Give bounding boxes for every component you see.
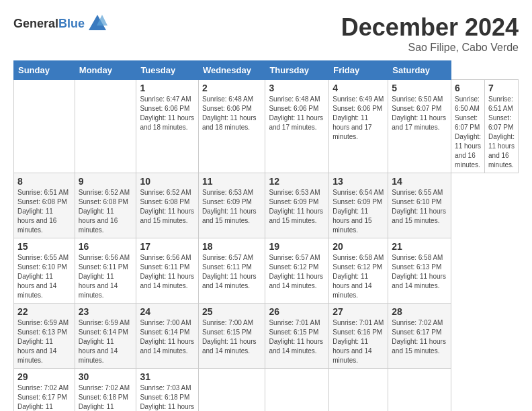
calendar-day-cell: 6 Sunrise: 6:50 AMSunset: 6:07 PMDayligh… bbox=[451, 80, 485, 173]
day-number: 26 bbox=[269, 306, 325, 317]
day-number: 24 bbox=[140, 306, 195, 317]
calendar-day-cell: 3 Sunrise: 6:48 AMSunset: 6:06 PMDayligh… bbox=[265, 80, 329, 173]
day-number: 10 bbox=[140, 176, 195, 187]
logo: GeneralBlue bbox=[13, 13, 107, 34]
calendar-day-cell: 2 Sunrise: 6:48 AMSunset: 6:06 PMDayligh… bbox=[198, 80, 265, 173]
calendar-day-cell: 10 Sunrise: 6:52 AMSunset: 6:08 PMDaylig… bbox=[136, 173, 199, 238]
day-number: 19 bbox=[269, 241, 325, 252]
logo-text-general: General bbox=[13, 17, 58, 30]
day-info: Sunrise: 7:00 AMSunset: 6:14 PMDaylight:… bbox=[140, 319, 194, 355]
day-number: 2 bbox=[202, 83, 262, 93]
day-number: 9 bbox=[79, 176, 133, 187]
weekday-header-row: SundayMondayTuesdayWednesdayThursdayFrid… bbox=[14, 61, 519, 80]
day-info: Sunrise: 6:47 AMSunset: 6:06 PMDaylight:… bbox=[140, 95, 194, 131]
empty-calendar-cell bbox=[265, 369, 329, 412]
day-number: 22 bbox=[17, 306, 71, 317]
calendar-day-cell: 15 Sunrise: 6:55 AMSunset: 6:10 PMDaylig… bbox=[14, 238, 75, 304]
day-number: 18 bbox=[202, 241, 262, 252]
logo-icon bbox=[87, 13, 107, 34]
weekday-header-monday: Monday bbox=[75, 61, 136, 80]
calendar-day-cell: 12 Sunrise: 6:53 AMSunset: 6:09 PMDaylig… bbox=[265, 173, 329, 238]
calendar-day-cell: 8 Sunrise: 6:51 AMSunset: 6:08 PMDayligh… bbox=[14, 173, 75, 238]
weekday-header-sunday: Sunday bbox=[14, 61, 75, 80]
empty-calendar-cell bbox=[198, 369, 265, 412]
calendar-day-cell: 9 Sunrise: 6:52 AMSunset: 6:08 PMDayligh… bbox=[75, 173, 136, 238]
calendar-day-cell: 1 Sunrise: 6:47 AMSunset: 6:06 PMDayligh… bbox=[136, 80, 199, 173]
day-info: Sunrise: 7:01 AMSunset: 6:16 PMDaylight:… bbox=[332, 319, 384, 364]
calendar-day-cell: 23 Sunrise: 6:59 AMSunset: 6:14 PMDaylig… bbox=[75, 304, 136, 369]
day-number: 1 bbox=[140, 83, 195, 93]
calendar-week-row: 29 Sunrise: 7:02 AMSunset: 6:17 PMDaylig… bbox=[14, 369, 519, 412]
day-info: Sunrise: 6:48 AMSunset: 6:06 PMDaylight:… bbox=[269, 95, 323, 131]
weekday-header-friday: Friday bbox=[329, 61, 388, 80]
calendar-day-cell: 19 Sunrise: 6:57 AMSunset: 6:12 PMDaylig… bbox=[265, 238, 329, 304]
calendar-week-row: 8 Sunrise: 6:51 AMSunset: 6:08 PMDayligh… bbox=[14, 173, 519, 238]
day-number: 12 bbox=[269, 176, 325, 187]
day-info: Sunrise: 6:56 AMSunset: 6:11 PMDaylight:… bbox=[79, 254, 130, 299]
calendar-day-cell: 14 Sunrise: 6:55 AMSunset: 6:10 PMDaylig… bbox=[388, 173, 451, 238]
day-number: 11 bbox=[202, 176, 262, 187]
calendar-day-cell: 11 Sunrise: 6:53 AMSunset: 6:09 PMDaylig… bbox=[198, 173, 265, 238]
day-number: 16 bbox=[79, 241, 133, 252]
day-number: 15 bbox=[17, 241, 71, 252]
day-number: 7 bbox=[488, 83, 515, 93]
weekday-header-saturday: Saturday bbox=[388, 61, 451, 80]
day-info: Sunrise: 7:02 AMSunset: 6:18 PMDaylight:… bbox=[79, 384, 130, 411]
calendar-day-cell: 18 Sunrise: 6:57 AMSunset: 6:11 PMDaylig… bbox=[198, 238, 265, 304]
day-info: Sunrise: 7:00 AMSunset: 6:15 PMDaylight:… bbox=[202, 319, 257, 355]
day-number: 23 bbox=[79, 306, 133, 317]
day-info: Sunrise: 7:03 AMSunset: 6:18 PMDaylight:… bbox=[140, 384, 194, 411]
day-info: Sunrise: 6:55 AMSunset: 6:10 PMDaylight:… bbox=[17, 254, 69, 299]
day-info: Sunrise: 7:02 AMSunset: 6:17 PMDaylight:… bbox=[392, 319, 446, 355]
calendar-day-cell: 26 Sunrise: 7:01 AMSunset: 6:15 PMDaylig… bbox=[265, 304, 329, 369]
day-number: 30 bbox=[79, 371, 133, 382]
day-number: 20 bbox=[332, 241, 384, 252]
calendar-table: SundayMondayTuesdayWednesdayThursdayFrid… bbox=[13, 60, 519, 411]
header: GeneralBlue December 2024 Sao Filipe, Ca… bbox=[13, 13, 519, 54]
day-info: Sunrise: 6:51 AMSunset: 6:07 PMDaylight:… bbox=[488, 95, 515, 169]
weekday-header-thursday: Thursday bbox=[265, 61, 329, 80]
day-info: Sunrise: 6:49 AMSunset: 6:06 PMDaylight:… bbox=[332, 95, 384, 140]
calendar-day-cell: 30 Sunrise: 7:02 AMSunset: 6:18 PMDaylig… bbox=[75, 369, 136, 412]
empty-calendar-cell bbox=[388, 369, 451, 412]
empty-calendar-cell bbox=[329, 369, 388, 412]
calendar-day-cell: 25 Sunrise: 7:00 AMSunset: 6:15 PMDaylig… bbox=[198, 304, 265, 369]
day-number: 6 bbox=[455, 83, 481, 93]
day-info: Sunrise: 6:59 AMSunset: 6:14 PMDaylight:… bbox=[79, 319, 130, 364]
day-number: 17 bbox=[140, 241, 195, 252]
day-info: Sunrise: 6:58 AMSunset: 6:13 PMDaylight:… bbox=[392, 254, 446, 289]
day-number: 27 bbox=[332, 306, 384, 317]
day-info: Sunrise: 6:50 AMSunset: 6:07 PMDaylight:… bbox=[455, 95, 481, 169]
day-number: 28 bbox=[392, 306, 447, 317]
day-info: Sunrise: 6:52 AMSunset: 6:08 PMDaylight:… bbox=[79, 189, 130, 234]
day-info: Sunrise: 7:01 AMSunset: 6:15 PMDaylight:… bbox=[269, 319, 323, 355]
calendar-day-cell: 13 Sunrise: 6:54 AMSunset: 6:09 PMDaylig… bbox=[329, 173, 388, 238]
day-info: Sunrise: 6:53 AMSunset: 6:09 PMDaylight:… bbox=[269, 189, 323, 224]
calendar-day-cell: 22 Sunrise: 6:59 AMSunset: 6:13 PMDaylig… bbox=[14, 304, 75, 369]
day-info: Sunrise: 6:52 AMSunset: 6:08 PMDaylight:… bbox=[140, 189, 194, 224]
calendar-day-cell: 17 Sunrise: 6:56 AMSunset: 6:11 PMDaylig… bbox=[136, 238, 199, 304]
day-info: Sunrise: 7:02 AMSunset: 6:17 PMDaylight:… bbox=[17, 384, 69, 411]
calendar-day-cell: 31 Sunrise: 7:03 AMSunset: 6:18 PMDaylig… bbox=[136, 369, 199, 412]
calendar-day-cell: 27 Sunrise: 7:01 AMSunset: 6:16 PMDaylig… bbox=[329, 304, 388, 369]
month-year-title: December 2024 bbox=[341, 13, 519, 42]
calendar-day-cell: 16 Sunrise: 6:56 AMSunset: 6:11 PMDaylig… bbox=[75, 238, 136, 304]
day-number: 25 bbox=[202, 306, 262, 317]
day-info: Sunrise: 6:51 AMSunset: 6:08 PMDaylight:… bbox=[17, 189, 69, 234]
calendar-day-cell: 24 Sunrise: 7:00 AMSunset: 6:14 PMDaylig… bbox=[136, 304, 199, 369]
day-number: 29 bbox=[17, 371, 71, 382]
day-info: Sunrise: 6:48 AMSunset: 6:06 PMDaylight:… bbox=[202, 95, 257, 131]
day-number: 4 bbox=[332, 83, 384, 93]
day-number: 21 bbox=[392, 241, 447, 252]
calendar-day-cell: 7 Sunrise: 6:51 AMSunset: 6:07 PMDayligh… bbox=[485, 80, 519, 173]
day-info: Sunrise: 6:50 AMSunset: 6:07 PMDaylight:… bbox=[392, 95, 446, 131]
weekday-header-tuesday: Tuesday bbox=[136, 61, 199, 80]
empty-calendar-cell bbox=[75, 80, 136, 173]
day-info: Sunrise: 6:56 AMSunset: 6:11 PMDaylight:… bbox=[140, 254, 194, 289]
day-info: Sunrise: 6:58 AMSunset: 6:12 PMDaylight:… bbox=[332, 254, 384, 299]
calendar-day-cell: 4 Sunrise: 6:49 AMSunset: 6:06 PMDayligh… bbox=[329, 80, 388, 173]
day-info: Sunrise: 6:55 AMSunset: 6:10 PMDaylight:… bbox=[392, 189, 446, 224]
logo-text-blue: Blue bbox=[58, 17, 85, 30]
day-number: 8 bbox=[17, 176, 71, 187]
calendar-day-cell: 29 Sunrise: 7:02 AMSunset: 6:17 PMDaylig… bbox=[14, 369, 75, 412]
